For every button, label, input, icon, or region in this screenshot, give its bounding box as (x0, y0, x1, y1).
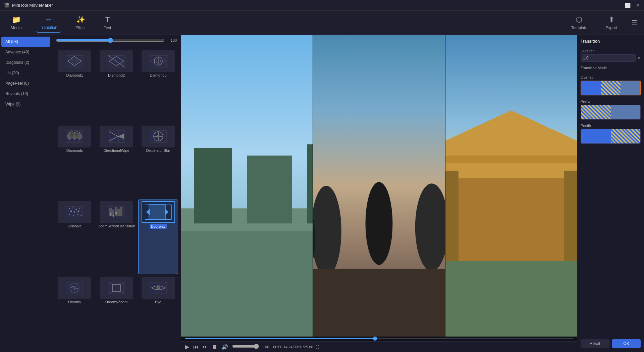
video-frame-center (313, 35, 445, 337)
transition-dissolve[interactable]: Dissolve (55, 200, 95, 274)
overlap-split-right (621, 81, 640, 95)
main-content: All (98) Advance (49) Diagonals (2) Iris… (0, 35, 644, 352)
transition-dreamyzoom[interactable]: DreamyZoom (96, 275, 137, 349)
transition-diamonds[interactable]: Diamonds (55, 124, 95, 198)
overlap-split-left (581, 81, 601, 95)
category-iris[interactable]: Iris (20) (1, 68, 50, 78)
svg-rect-66 (181, 223, 313, 337)
slider-row: 100 (52, 35, 181, 46)
dreamyzoom-svg (106, 280, 126, 296)
label-directionalwipe: DirectionalWipe (103, 148, 129, 152)
toolbar-media[interactable]: 📁 Media (7, 13, 26, 32)
postfix-preview[interactable] (581, 129, 641, 144)
close-button[interactable]: ✕ (636, 3, 640, 8)
dissolve-svg (64, 205, 85, 220)
volume-slider-container (232, 344, 259, 350)
label-doomscreentransition: DoomScreenTransition (98, 224, 135, 228)
seekbar-fill (185, 338, 375, 339)
seekbar-handle[interactable] (373, 337, 377, 341)
transition-directionalwipe[interactable]: DirectionalWipe (96, 124, 137, 198)
seekbar-wrap[interactable] (185, 338, 573, 339)
svg-point-31 (75, 209, 77, 210)
stop-button[interactable]: ⏹ (212, 344, 217, 350)
frame-svg-left (181, 35, 313, 337)
left-inner: All (98) Advance (49) Diagonals (2) Iris… (0, 35, 181, 352)
overlap-preview[interactable] (581, 81, 641, 95)
category-advance[interactable]: Advance (49) (1, 47, 50, 57)
svg-point-38 (77, 214, 78, 215)
rp-prefix-label: Prefix (581, 99, 641, 103)
thumb-directionalwipe (100, 126, 133, 147)
toolbar-text[interactable]: T Text (100, 13, 115, 32)
rp-mode-section: Transition Mode (581, 66, 641, 71)
toolbar-template[interactable]: ⬡ Template (567, 13, 592, 32)
hamburger-menu[interactable]: ☰ (631, 19, 637, 27)
export-icon: ⬆ (608, 15, 614, 24)
video-frame-right (445, 35, 577, 337)
minimize-button[interactable]: — (615, 3, 620, 8)
svg-point-33 (70, 210, 72, 212)
preview-cell-right (445, 35, 577, 337)
label-eye: Eye (155, 300, 161, 304)
svg-point-64 (158, 287, 159, 289)
frame-svg-right (445, 35, 577, 337)
toolbar-export[interactable]: ⬆ Export (601, 13, 621, 32)
dreamy-svg (64, 280, 85, 296)
transition-doomscreentransition[interactable]: DoomScreenTransition (96, 200, 137, 274)
svg-rect-84 (445, 261, 577, 337)
toolbar-left: 📁 Media ↔ Transition ✨ Effect T Text (7, 13, 115, 33)
transition-dreamy[interactable]: Dreamy (55, 275, 95, 349)
volume-slider[interactable] (232, 344, 259, 349)
toolbar-transition[interactable]: ↔ Transition (36, 13, 61, 33)
category-reveals[interactable]: Reveals (10) (1, 89, 50, 99)
label-diamond1: Diamond1 (66, 73, 83, 77)
titlebar-controls[interactable]: — ⬜ ✕ (615, 3, 640, 8)
size-slider[interactable] (56, 38, 165, 43)
thumb-diamonds (58, 126, 91, 147)
seekbar-container (181, 337, 577, 341)
svg-point-27 (157, 135, 160, 138)
label-doorway: Doorway (150, 224, 167, 229)
label-dreamy: Dreamy (68, 300, 81, 304)
play-button[interactable]: ▶ (185, 344, 189, 350)
next-frame-button[interactable]: ⏭ (203, 344, 208, 350)
duration-select[interactable]: 1.0 0.5 1.5 2.0 (581, 54, 636, 62)
prev-frame-button[interactable]: ⏮ (193, 344, 199, 350)
titlebar-left: 🎬 MiniTool MovieMaker (4, 3, 53, 8)
category-wipe[interactable]: Wipe (9) (1, 99, 50, 109)
category-all[interactable]: All (98) (1, 37, 50, 47)
template-icon: ⬡ (576, 15, 582, 24)
prefix-preview[interactable] (581, 105, 641, 120)
svg-marker-51 (146, 209, 150, 215)
export-label: Export (605, 26, 617, 30)
transition-dispersionblur[interactable]: DispersionBlur (138, 124, 178, 198)
rp-buttons: Reset OK (581, 339, 641, 348)
category-pagepeel[interactable]: PagePeel (8) (1, 78, 50, 88)
thumb-dreamy (58, 277, 91, 299)
doorway-svg (142, 202, 172, 222)
svg-rect-50 (149, 205, 166, 219)
thumb-dreamyzoom (100, 277, 133, 299)
reset-button[interactable]: Reset (581, 339, 609, 348)
diamond1-svg (64, 54, 85, 69)
label-diamond3: Diamond3 (150, 73, 166, 77)
video-preview (181, 35, 577, 337)
transition-diamond3[interactable]: Diamond3 (138, 49, 178, 123)
frame-svg-center (313, 35, 445, 337)
category-diagonals[interactable]: Diagonals (2) (1, 57, 50, 68)
media-label: Media (11, 26, 22, 30)
transition-diamond1[interactable]: Diamond1 (55, 49, 95, 123)
toolbar-effect[interactable]: ✨ Effect (71, 13, 90, 32)
transition-eye[interactable]: Eye (138, 275, 178, 349)
rp-overlap-section: Overlap (581, 75, 641, 95)
prefix-right (611, 105, 641, 119)
fullscreen-icon[interactable]: ⛶ (315, 345, 319, 349)
rp-prefix-section: Prefix (581, 99, 641, 120)
transition-doorway[interactable]: Doorway (138, 200, 178, 274)
postfix-left (581, 129, 611, 143)
transition-diamond2[interactable]: Diamond2 (96, 49, 137, 123)
ok-button[interactable]: OK (612, 339, 641, 348)
preview-cell-center (313, 35, 445, 337)
transition-label: Transition (40, 25, 57, 30)
maximize-button[interactable]: ⬜ (625, 3, 631, 8)
